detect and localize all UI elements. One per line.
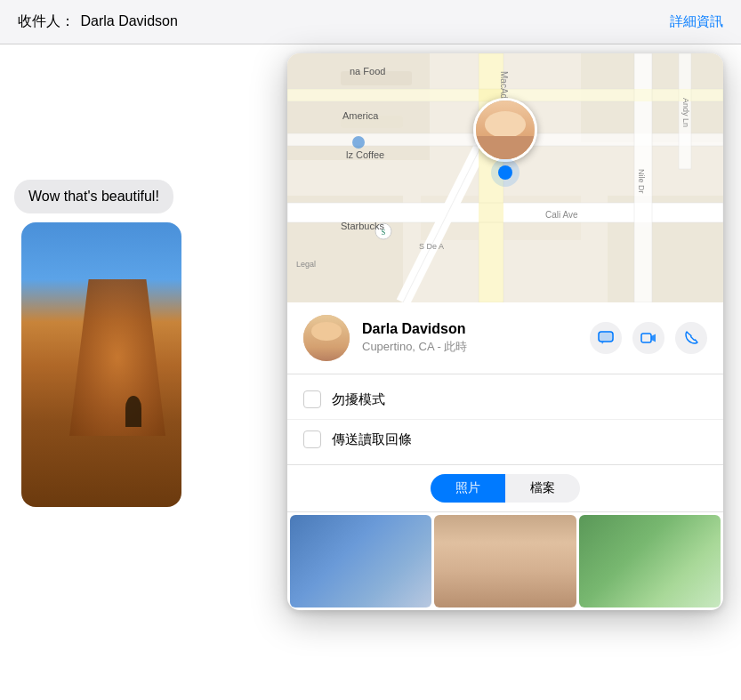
map-avatar-photo: [473, 98, 537, 162]
options-section: 勿擾模式 傳送讀取回條: [287, 374, 723, 465]
dnd-checkbox[interactable]: [303, 390, 321, 408]
photo-thumb-3[interactable]: [579, 515, 721, 607]
recipient-label: 收件人： Darla Davidson: [18, 12, 178, 31]
message-bubble-text: Wow that's beautiful!: [14, 180, 173, 213]
dnd-option-row: 勿擾模式: [287, 380, 723, 420]
svg-rect-31: [641, 334, 651, 342]
contact-info: Darla Davidson Cupertino, CA - 此時: [362, 321, 577, 355]
svg-point-24: [352, 136, 365, 149]
recipient-prefix: 收件人：: [18, 13, 75, 28]
contact-location: Cupertino, CA - 此時: [362, 339, 577, 355]
svg-marker-32: [651, 334, 656, 342]
photos-tab[interactable]: 照片: [431, 474, 505, 503]
phone-button[interactable]: [675, 322, 707, 354]
svg-rect-7: [287, 203, 723, 222]
svg-rect-29: [600, 333, 612, 341]
svg-text:Legal: Legal: [296, 260, 316, 269]
read-receipt-option-row: 傳送讀取回條: [287, 420, 723, 459]
details-popup: MacAdam Cali Ave S De A Nile Dr Andy Ln …: [287, 53, 723, 610]
photo-thumb-1[interactable]: [290, 515, 431, 607]
header-bar: 收件人： Darla Davidson 詳細資訊: [0, 0, 741, 44]
details-link[interactable]: 詳細資訊: [670, 13, 723, 30]
map-label-coffee: lz Coffee: [346, 149, 384, 160]
tab-bar: 照片 檔案: [287, 465, 723, 512]
contact-avatar-inner: [303, 315, 350, 361]
svg-text:Nile Dr: Nile Dr: [637, 169, 646, 194]
photo-thumb-2[interactable]: [434, 515, 576, 607]
map-label-america: America: [342, 110, 378, 121]
map-avatar-pin: [473, 98, 537, 180]
message-button[interactable]: [590, 322, 622, 354]
contact-name: Darla Davidson: [362, 321, 577, 337]
recipient-name: Darla Davidson: [80, 13, 177, 28]
contact-info-section: Darla Davidson Cupertino, CA - 此時: [287, 302, 723, 374]
arch-photo: [21, 222, 181, 507]
photo-bubble-arch[interactable]: [21, 222, 181, 507]
map-avatar-face: [476, 101, 535, 159]
svg-text:Andy Ln: Andy Ln: [681, 98, 690, 127]
map-label-food: na Food: [350, 66, 385, 76]
read-receipt-label: 傳送讀取回條: [332, 431, 412, 448]
video-icon: [640, 329, 657, 347]
phone-icon: [682, 329, 700, 347]
map-label-starbucks: Starbucks: [341, 221, 384, 231]
map-pin-dot: [498, 165, 512, 180]
svg-text:Cali Ave: Cali Ave: [545, 210, 578, 220]
svg-marker-30: [601, 342, 604, 344]
action-buttons: [590, 322, 707, 354]
dnd-label: 勿擾模式: [332, 391, 385, 408]
video-button[interactable]: [632, 322, 664, 354]
files-tab[interactable]: 檔案: [505, 474, 580, 503]
read-receipt-checkbox[interactable]: [303, 430, 321, 448]
contact-avatar: [303, 315, 350, 361]
message-icon: [597, 329, 615, 347]
map-area: MacAdam Cali Ave S De A Nile Dr Andy Ln …: [287, 53, 723, 302]
message-text: Wow that's beautiful!: [28, 189, 159, 204]
svg-text:S De A: S De A: [419, 242, 444, 251]
photo-grid: [287, 512, 723, 610]
